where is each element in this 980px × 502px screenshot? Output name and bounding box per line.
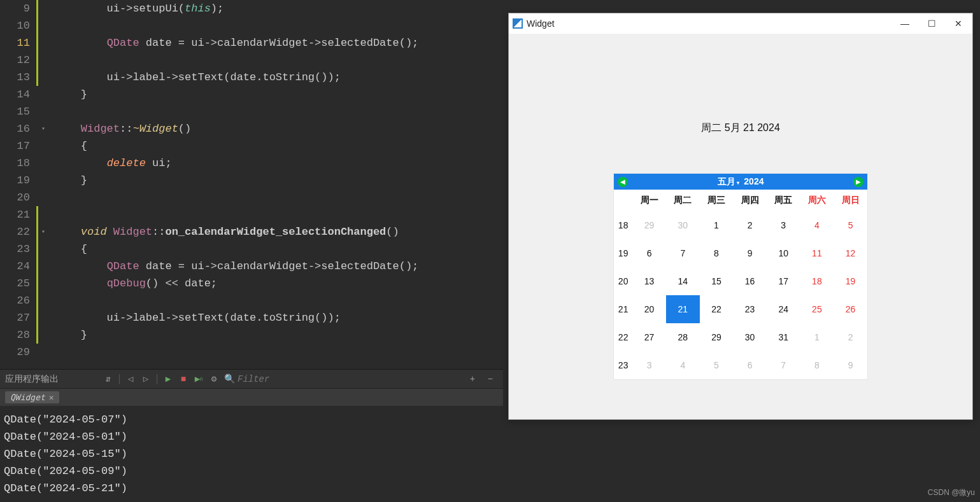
calendar-title[interactable]: 五月▾ 2024 (628, 176, 853, 188)
code-line[interactable]: 9 ui->setupUi(this); (0, 0, 503, 17)
code-content[interactable]: { (48, 241, 87, 258)
minimize-button[interactable]: — (898, 17, 911, 30)
calendar-day[interactable]: 17 (767, 267, 800, 295)
calendar-day[interactable]: 9 (733, 239, 767, 267)
calendar-day[interactable]: 24 (767, 295, 800, 323)
code-content[interactable]: ui->setupUi(this); (48, 0, 224, 17)
code-content[interactable] (48, 17, 55, 34)
code-line[interactable]: 23 { (0, 241, 503, 258)
remove-icon[interactable]: − (484, 373, 497, 386)
code-content[interactable]: qDebug() << date; (48, 275, 217, 292)
code-line[interactable]: 16▾ Widget::~Widget() (0, 120, 503, 137)
code-content[interactable] (48, 52, 55, 69)
calendar-day[interactable]: 21 (666, 295, 700, 323)
close-button[interactable]: ✕ (952, 17, 965, 30)
calendar-day[interactable]: 29 (700, 323, 734, 351)
gear-icon[interactable]: ⚙ (208, 373, 220, 386)
calendar-day[interactable]: 26 (834, 295, 867, 323)
calendar-day[interactable]: 20 (632, 295, 666, 323)
add-icon[interactable]: + (466, 373, 479, 386)
calendar-day[interactable]: 6 (632, 239, 666, 267)
calendar-day[interactable]: 5 (834, 211, 867, 239)
code-line[interactable]: 14 } (0, 86, 503, 103)
next-icon[interactable]: ▷ (139, 373, 152, 386)
calendar-day[interactable]: 10 (767, 239, 800, 267)
code-line[interactable]: 11 QDate date = ui->calendarWidget->sele… (0, 34, 503, 52)
code-content[interactable]: } (48, 326, 87, 344)
output-tab[interactable]: QWidget ✕ (5, 391, 59, 403)
calendar-day[interactable]: 7 (666, 239, 700, 267)
calendar-day[interactable]: 15 (700, 267, 734, 295)
calendar-day[interactable]: 4 (800, 211, 834, 239)
calendar-day[interactable]: 13 (632, 267, 666, 295)
calendar-day[interactable]: 11 (800, 239, 834, 267)
code-content[interactable] (48, 103, 55, 120)
code-content[interactable] (48, 292, 55, 309)
code-content[interactable] (48, 344, 55, 361)
code-content[interactable]: ui->label->setText(date.toString()); (48, 69, 341, 86)
prev-icon[interactable]: ◁ (124, 373, 137, 386)
calendar-day[interactable]: 16 (733, 267, 767, 295)
code-content[interactable]: { (48, 137, 87, 155)
calendar-day[interactable]: 14 (666, 267, 700, 295)
calendar-day[interactable]: 3 (632, 351, 666, 379)
calendar-day[interactable]: 8 (700, 239, 734, 267)
code-content[interactable]: delete ui; (48, 155, 172, 172)
filter-input[interactable] (238, 374, 346, 384)
calendar-day[interactable]: 30 (733, 323, 767, 351)
calendar-day[interactable]: 29 (632, 211, 666, 239)
calendar-day[interactable]: 22 (700, 295, 734, 323)
code-line[interactable]: 15 (0, 103, 503, 120)
code-line[interactable]: 17 { (0, 137, 503, 155)
calendar-day[interactable]: 1 (800, 323, 834, 351)
code-content[interactable]: Widget::~Widget() (48, 120, 191, 137)
calendar-day[interactable]: 2 (733, 211, 767, 239)
calendar-day[interactable]: 23 (733, 295, 767, 323)
calendar-widget[interactable]: ◀ 五月▾ 2024 ▶ 周一周二周三周四周五周六周日 182930123451… (613, 173, 868, 380)
code-line[interactable]: 26 (0, 292, 503, 309)
code-content[interactable]: } (48, 86, 87, 103)
run-attach-icon[interactable]: ▶⎙ (192, 373, 205, 386)
calendar-day[interactable]: 8 (800, 351, 834, 379)
calendar-day[interactable]: 9 (834, 351, 867, 379)
close-icon[interactable]: ✕ (49, 393, 54, 402)
code-editor[interactable]: 9 ui->setupUi(this);1011 QDate date = ui… (0, 0, 503, 369)
next-month-button[interactable]: ▶ (853, 177, 863, 187)
calendar-day[interactable]: 27 (632, 323, 666, 351)
code-content[interactable] (48, 189, 55, 206)
code-content[interactable]: void Widget::on_calendarWidget_selection… (48, 223, 399, 241)
prev-month-button[interactable]: ◀ (618, 177, 628, 187)
maximize-button[interactable]: ☐ (925, 17, 938, 30)
run-icon[interactable]: ▶ (162, 373, 174, 386)
calendar-day[interactable]: 6 (733, 351, 767, 379)
code-line[interactable]: 29 (0, 344, 503, 361)
calendar-day[interactable]: 18 (800, 267, 834, 295)
calendar-day[interactable]: 2 (834, 323, 867, 351)
code-line[interactable]: 24 QDate date = ui->calendarWidget->sele… (0, 258, 503, 275)
output-console[interactable]: QDate("2024-05-07")QDate("2024-05-01")QD… (0, 406, 980, 502)
code-line[interactable]: 20 (0, 189, 503, 206)
reformat-icon[interactable]: ⇵ (102, 373, 115, 386)
calendar-day[interactable]: 28 (666, 323, 700, 351)
code-line[interactable]: 25 qDebug() << date; (0, 275, 503, 292)
code-line[interactable]: 13 ui->label->setText(date.toString()); (0, 69, 503, 86)
code-content[interactable]: QDate date = ui->calendarWidget->selecte… (48, 34, 418, 52)
calendar-day[interactable]: 5 (700, 351, 734, 379)
calendar-day[interactable]: 4 (666, 351, 700, 379)
code-content[interactable] (48, 206, 55, 223)
calendar-day[interactable]: 31 (767, 323, 800, 351)
fold-icon[interactable]: ▾ (38, 223, 48, 241)
code-line[interactable]: 28 } (0, 326, 503, 344)
code-line[interactable]: 10 (0, 17, 503, 34)
calendar-day[interactable]: 25 (800, 295, 834, 323)
code-line[interactable]: 12 (0, 52, 503, 69)
calendar-day[interactable]: 7 (767, 351, 800, 379)
calendar-day[interactable]: 3 (767, 211, 800, 239)
calendar-day[interactable]: 12 (834, 239, 867, 267)
code-content[interactable]: QDate date = ui->calendarWidget->selecte… (48, 258, 418, 275)
stop-icon[interactable]: ■ (177, 373, 190, 386)
code-line[interactable]: 18 delete ui; (0, 155, 503, 172)
code-line[interactable]: 21 (0, 206, 503, 223)
calendar-day[interactable]: 19 (834, 267, 867, 295)
fold-icon[interactable]: ▾ (38, 120, 48, 137)
